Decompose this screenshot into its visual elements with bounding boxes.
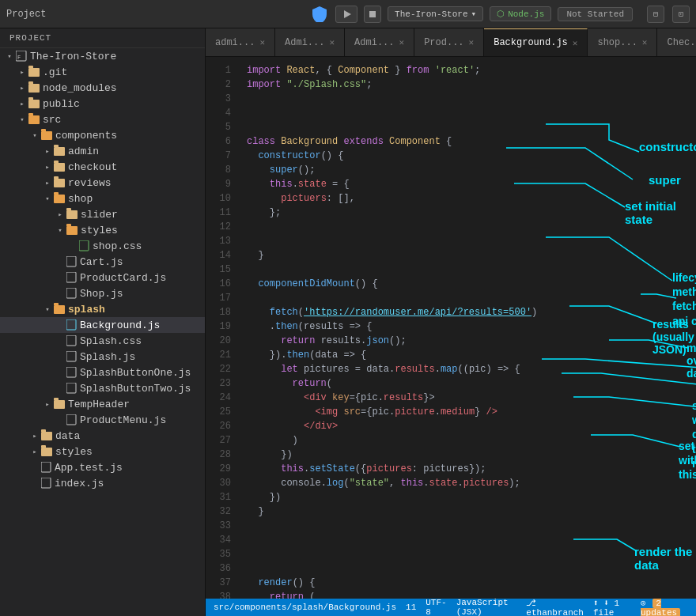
sidebar-item-splashbuttonone[interactable]: SplashButtonOne.js — [0, 365, 205, 380]
sidebar-label: public — [43, 98, 80, 110]
js-file-icon — [66, 383, 77, 394]
tab-chec[interactable]: Chec... ✕ — [657, 28, 696, 56]
sidebar-item-src[interactable]: src — [0, 111, 205, 127]
folder-icon-orange — [54, 305, 65, 314]
nodejs-badge[interactable]: ⬡ Node.js — [490, 6, 551, 21]
sidebar-label: data — [55, 430, 80, 442]
js-file-icon-active — [66, 319, 77, 331]
sidebar-item-components[interactable]: components — [0, 127, 205, 143]
folder-icon-orange — [28, 115, 40, 124]
tab-close-button[interactable]: ✕ — [329, 37, 335, 47]
play-button[interactable] — [335, 6, 357, 23]
tab-close-button[interactable]: ✕ — [259, 37, 265, 47]
sidebar-item-public[interactable]: public — [0, 96, 205, 111]
status-updates: ⊙ 2 updates — [641, 598, 688, 617]
tab-close-button[interactable]: ✕ — [469, 37, 475, 47]
tree-arrow — [41, 192, 54, 205]
sidebar-label: TempHeader — [68, 399, 130, 410]
svg-rect-3 — [66, 256, 76, 266]
sidebar-item-apptest[interactable]: App.test.js — [0, 459, 205, 475]
code-lines: import React, { Component } from 'react'… — [237, 57, 696, 599]
tab-bar: admi... ✕ Admi... ✕ Admi... ✕ Prod... ✕ … — [206, 28, 696, 57]
folder-icon — [54, 163, 65, 172]
sidebar-item-productmenu[interactable]: ProductMenu.js — [0, 412, 205, 428]
sidebar-label: Cart.js — [80, 256, 123, 268]
shield-icon — [310, 5, 329, 24]
sidebar-item-styles-src[interactable]: styles — [0, 444, 205, 459]
sidebar-item-shop-js[interactable]: Shop.js — [0, 285, 205, 301]
tree-arrow — [28, 129, 41, 142]
sidebar-item-reviews[interactable]: reviews — [0, 175, 205, 191]
sidebar-label: reviews — [68, 177, 112, 189]
minimize-button[interactable]: ⊟ — [647, 6, 664, 23]
sidebar-item-admin[interactable]: admin — [0, 143, 205, 159]
tab-admi2[interactable]: Admi... ✕ — [275, 28, 345, 56]
sidebar-label: ProductMenu.js — [80, 414, 166, 426]
sidebar-label: splash — [68, 304, 105, 316]
sidebar-item-styles-shop[interactable]: styles — [0, 222, 205, 238]
project-dropdown[interactable]: The-Iron-Store ▾ — [388, 6, 483, 21]
sidebar-label: node_modules — [43, 82, 117, 94]
tab-close-button[interactable]: ✕ — [399, 37, 405, 47]
sidebar-item-background-js[interactable]: Background.js — [0, 317, 205, 333]
sidebar-item-splash-js[interactable]: Splash.js — [0, 349, 205, 365]
tree-arrow — [41, 145, 54, 157]
code-editor[interactable]: 12345678910 11121314151617181920 2122232… — [206, 57, 696, 599]
js-file-icon — [66, 335, 77, 346]
css-file-icon — [79, 240, 89, 251]
file-icon: F — [16, 51, 27, 62]
sidebar-item-data[interactable]: data — [0, 428, 205, 444]
sidebar-item-splash-css[interactable]: Splash.css — [0, 333, 205, 349]
tree-arrow — [28, 429, 41, 442]
sidebar-label: App.test.js — [55, 462, 123, 474]
tab-label: shop... — [597, 37, 637, 48]
tree-arrow — [41, 176, 54, 189]
sidebar-item-the-iron-store[interactable]: F The-Iron-Store — [0, 48, 205, 64]
folder-icon-orange — [66, 226, 78, 235]
folder-icon-orange — [54, 195, 65, 203]
sidebar-item-git[interactable]: .git — [0, 64, 205, 80]
tab-prod[interactable]: Prod... ✕ — [414, 28, 484, 56]
sidebar-item-splashbuttontwo[interactable]: SplashButtonTwo.js — [0, 380, 205, 396]
tree-arrow — [28, 445, 41, 458]
sidebar-label: index.js — [55, 478, 104, 489]
sidebar-item-shop-css[interactable]: shop.css — [0, 238, 205, 254]
sidebar-item-shop[interactable]: shop — [0, 191, 205, 206]
sidebar-item-cart[interactable]: Cart.js — [0, 254, 205, 270]
code-content: 12345678910 11121314151617181920 2122232… — [206, 57, 696, 599]
sidebar-item-node-modules[interactable]: node_modules — [0, 80, 205, 96]
tree-arrow — [16, 81, 28, 94]
tab-admi3[interactable]: Admi... ✕ — [345, 28, 414, 56]
tab-close-button[interactable]: ✕ — [642, 37, 648, 47]
shield-icon-container: The-Iron-Store ▾ ⬡ Node.js Not Started ⊟… — [310, 5, 690, 24]
sidebar-label: Splash.js — [80, 351, 135, 363]
svg-rect-6 — [66, 319, 76, 330]
svg-rect-7 — [66, 335, 76, 346]
maximize-button[interactable]: ⊡ — [672, 6, 690, 23]
top-bar: Project The-Iron-Store ▾ ⬡ Node.js Not S… — [0, 0, 696, 28]
sidebar-item-productcard[interactable]: ProductCard.js — [0, 270, 205, 285]
js-file-icon — [41, 462, 51, 473]
sidebar-item-splash[interactable]: splash — [0, 301, 205, 317]
sidebar-item-index[interactable]: index.js — [0, 475, 205, 491]
status-bar-right: UTF-8 JavaScript (JSX) ⎇ ethanbranch ⬆ ⬇… — [426, 598, 688, 617]
tab-admi1[interactable]: admi... ✕ — [206, 28, 275, 56]
status-bar: src/components/splash/Background.js 11 U… — [206, 599, 696, 616]
sidebar-item-checkout[interactable]: checkout — [0, 159, 205, 175]
sidebar-label: ProductCard.js — [80, 272, 166, 284]
tab-close-button[interactable]: ✕ — [573, 38, 578, 48]
stop-button[interactable] — [364, 6, 381, 23]
tab-label: admi... — [215, 37, 255, 48]
folder-icon — [54, 147, 65, 156]
js-file-icon — [66, 414, 77, 425]
svg-rect-5 — [66, 288, 76, 298]
project-title: Project — [6, 9, 46, 20]
sidebar-label: styles — [81, 225, 118, 236]
not-started-badge[interactable]: Not Started — [558, 7, 633, 21]
sidebar-item-tempheader[interactable]: TempHeader — [0, 396, 205, 412]
status-line: 11 — [406, 603, 416, 612]
sidebar-item-slider[interactable]: slider — [0, 206, 205, 222]
sidebar-label: components — [55, 130, 117, 142]
tab-shop[interactable]: shop... ✕ — [588, 28, 657, 56]
tab-background-js[interactable]: Background.js ✕ — [484, 28, 588, 56]
